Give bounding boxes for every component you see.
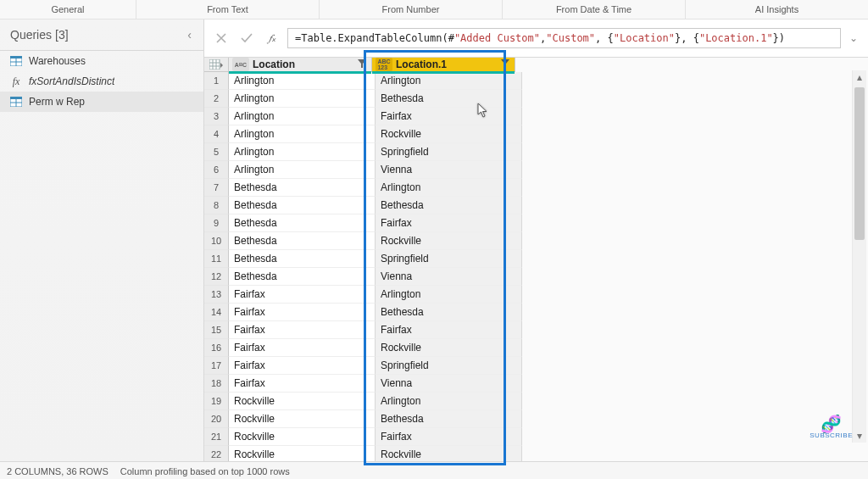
cell-location1[interactable]: Springfield [376, 143, 522, 161]
cell-location[interactable]: Arlington [229, 72, 376, 90]
table-row[interactable]: 7BethesdaArlington [204, 179, 522, 197]
table-row[interactable]: 16FairfaxRockville [204, 339, 522, 357]
vertical-scrollbar[interactable]: ▴ ▾ [852, 70, 866, 443]
table-row[interactable]: 21RockvilleFairfax [204, 428, 522, 446]
filter-icon[interactable] [499, 58, 511, 70]
row-number[interactable]: 4 [204, 125, 229, 143]
row-number[interactable]: 16 [204, 339, 229, 357]
cell-location1[interactable]: Bethesda [376, 410, 522, 428]
table-row[interactable]: 10BethesdaRockville [204, 232, 522, 250]
row-number[interactable]: 2 [204, 90, 229, 108]
cell-location[interactable]: Fairfax [229, 286, 376, 304]
cell-location[interactable]: Arlington [229, 90, 376, 108]
cell-location[interactable]: Bethesda [229, 197, 376, 214]
cell-location1[interactable]: Arlington [376, 286, 522, 304]
cancel-formula-button[interactable] [211, 28, 231, 48]
cell-location1[interactable]: Springfield [376, 250, 522, 268]
table-row[interactable]: 11BethesdaSpringfield [204, 250, 522, 268]
row-number[interactable]: 14 [204, 304, 229, 321]
cell-location1[interactable]: Rockville [376, 232, 522, 250]
cell-location1[interactable]: Bethesda [376, 90, 522, 108]
cell-location1[interactable]: Arlington [376, 393, 522, 410]
cell-location1[interactable]: Rockville [376, 446, 522, 461]
row-number[interactable]: 15 [204, 321, 229, 339]
expand-formula-icon[interactable]: ⌄ [846, 32, 861, 44]
scrollbar-thumb[interactable] [854, 87, 865, 240]
table-row[interactable]: 14FairfaxBethesda [204, 304, 522, 321]
cell-location[interactable]: Bethesda [229, 268, 376, 286]
row-number[interactable]: 6 [204, 161, 229, 179]
table-row[interactable]: 13FairfaxArlington [204, 286, 522, 304]
row-number[interactable]: 11 [204, 250, 229, 268]
column-header-location1[interactable]: ABC123 Location.1 [372, 58, 515, 72]
type-text-icon[interactable]: ABC [232, 58, 249, 71]
cell-location[interactable]: Bethesda [229, 232, 376, 250]
table-row[interactable]: 19RockvilleArlington [204, 393, 522, 410]
cell-location[interactable]: Rockville [229, 410, 376, 428]
row-number[interactable]: 10 [204, 232, 229, 250]
ribbon-tab-from-number[interactable]: From Number [320, 0, 503, 19]
ribbon-tab-ai-insights[interactable]: AI Insights [686, 0, 868, 19]
cell-location1[interactable]: Vienna [376, 268, 522, 286]
ribbon-tab-from-text[interactable]: From Text [136, 0, 320, 19]
table-row[interactable]: 5ArlingtonSpringfield [204, 143, 522, 161]
row-number[interactable]: 7 [204, 179, 229, 197]
cell-location1[interactable]: Bethesda [376, 304, 522, 321]
table-row[interactable]: 22RockvilleRockville [204, 446, 522, 461]
cell-location1[interactable]: Arlington [376, 72, 522, 90]
filter-icon[interactable] [356, 58, 368, 70]
row-number[interactable]: 22 [204, 446, 229, 461]
table-row[interactable]: 4ArlingtonRockville [204, 125, 522, 143]
table-row[interactable]: 2ArlingtonBethesda [204, 90, 522, 108]
cell-location1[interactable]: Arlington [376, 179, 522, 197]
subscribe-watermark[interactable]: 🧬 SUBSCRIBE [810, 416, 853, 439]
ribbon-tab-from-datetime[interactable]: From Date & Time [503, 0, 686, 19]
query-item-perm-w-rep[interactable]: Perm w Rep [0, 92, 203, 112]
row-number[interactable]: 1 [204, 72, 229, 90]
scroll-up-icon[interactable]: ▴ [853, 70, 866, 84]
cell-location1[interactable]: Rockville [376, 125, 522, 143]
row-number[interactable]: 9 [204, 214, 229, 232]
accept-formula-button[interactable] [236, 28, 257, 48]
query-item-warehouses[interactable]: Warehouses [0, 51, 203, 71]
row-number[interactable]: 13 [204, 286, 229, 304]
table-row[interactable]: 15FairfaxFairfax [204, 321, 522, 339]
cell-location[interactable]: Arlington [229, 161, 376, 179]
cell-location[interactable]: Fairfax [229, 357, 376, 375]
cell-location[interactable]: Arlington [229, 125, 376, 143]
cell-location[interactable]: Rockville [229, 428, 376, 446]
cell-location1[interactable]: Bethesda [376, 197, 522, 214]
table-row[interactable]: 3ArlingtonFairfax [204, 108, 522, 125]
cell-location[interactable]: Fairfax [229, 375, 376, 393]
cell-location1[interactable]: Fairfax [376, 428, 522, 446]
cell-location[interactable]: Bethesda [229, 214, 376, 232]
table-row[interactable]: 20RockvilleBethesda [204, 410, 522, 428]
cell-location[interactable]: Bethesda [229, 179, 376, 197]
fx-icon[interactable]: 𝑓ₓ [262, 28, 282, 48]
table-row[interactable]: 12BethesdaVienna [204, 268, 522, 286]
table-row[interactable]: 17FairfaxSpringfield [204, 357, 522, 375]
query-item-fxsortandisdistinct[interactable]: fxfxSortAndIsDistinct [0, 71, 203, 92]
table-row[interactable]: 8BethesdaBethesda [204, 197, 522, 214]
row-number[interactable]: 12 [204, 268, 229, 286]
cell-location[interactable]: Arlington [229, 143, 376, 161]
cell-location[interactable]: Fairfax [229, 304, 376, 321]
table-row[interactable]: 9BethesdaFairfax [204, 214, 522, 232]
row-number[interactable]: 8 [204, 197, 229, 214]
cell-location1[interactable]: Rockville [376, 339, 522, 357]
table-options-button[interactable] [204, 58, 229, 72]
row-number[interactable]: 21 [204, 428, 229, 446]
formula-input[interactable]: = Table.ExpandTableColumn ( # "Added Cus… [287, 28, 841, 48]
column-header-location[interactable]: ABC Location [229, 58, 372, 72]
cell-location1[interactable]: Fairfax [376, 108, 522, 125]
row-number[interactable]: 5 [204, 143, 229, 161]
cell-location1[interactable]: Springfield [376, 357, 522, 375]
row-number[interactable]: 18 [204, 375, 229, 393]
cell-location1[interactable]: Vienna [376, 161, 522, 179]
row-number[interactable]: 17 [204, 357, 229, 375]
cell-location1[interactable]: Fairfax [376, 321, 522, 339]
cell-location1[interactable]: Fairfax [376, 214, 522, 232]
table-row[interactable]: 1ArlingtonArlington [204, 72, 522, 90]
type-any-icon[interactable]: ABC123 [376, 58, 392, 71]
row-number[interactable]: 19 [204, 393, 229, 410]
